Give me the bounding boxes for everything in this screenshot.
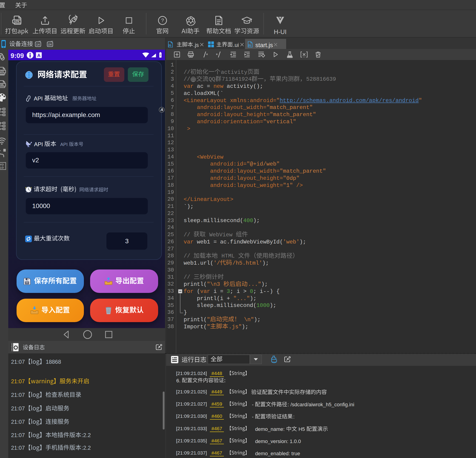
svg-text:*: * bbox=[205, 53, 208, 58]
svg-text:APK: APK bbox=[0, 70, 4, 73]
svg-text:ID: ID bbox=[0, 128, 1, 130]
svg-text:A: A bbox=[160, 107, 163, 112]
svg-text:LO: LO bbox=[0, 166, 4, 169]
svg-text:*: * bbox=[215, 53, 218, 58]
svg-text:A: A bbox=[37, 53, 41, 58]
svg-text:?: ? bbox=[161, 17, 164, 23]
svg-text:2X: 2X bbox=[48, 43, 52, 46]
svg-text:APK: APK bbox=[14, 20, 20, 23]
svg-text:1X: 1X bbox=[36, 43, 40, 46]
svg-text:JS: JS bbox=[168, 44, 171, 47]
svg-text:YO: YO bbox=[0, 163, 4, 166]
svg-text:XML: XML bbox=[0, 84, 4, 86]
svg-text:JS: JS bbox=[248, 44, 251, 47]
